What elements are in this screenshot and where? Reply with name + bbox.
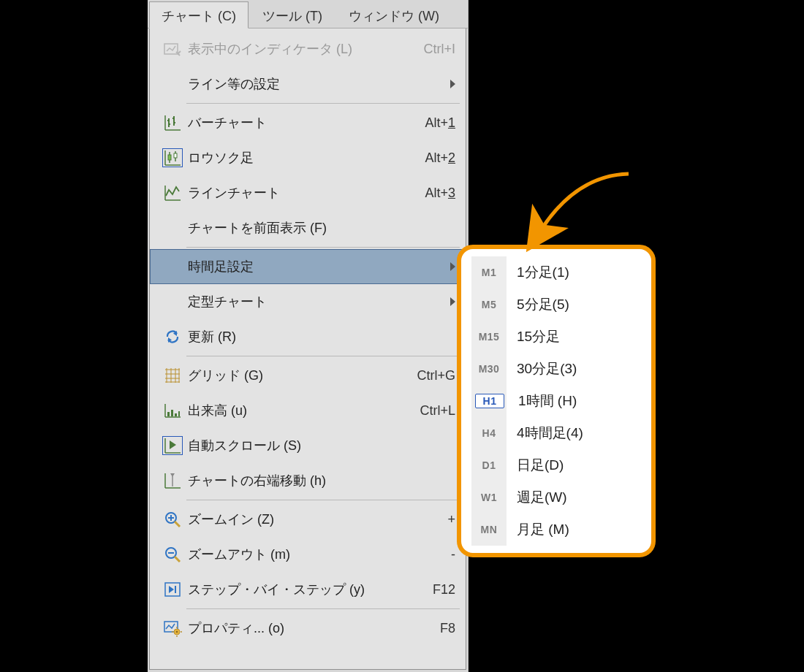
timeframe-item-d1[interactable]: D1日足(D) xyxy=(467,449,645,481)
menu-separator xyxy=(186,500,460,500)
svg-rect-32 xyxy=(178,411,180,416)
autoscroll-icon xyxy=(157,428,188,463)
menu-item-autoscroll[interactable]: 自動スクロール (S) xyxy=(150,428,466,463)
menu-item-candlesticks[interactable]: ロウソク足 Alt+2 xyxy=(150,140,466,175)
refresh-icon xyxy=(157,319,188,354)
svg-line-41 xyxy=(175,522,180,527)
menu-shortcut: Alt+3 xyxy=(425,186,455,201)
timeframe-item-m5[interactable]: M55分足(5) xyxy=(467,289,645,321)
menu-label: チャートを前面表示 (F) xyxy=(188,219,455,237)
timeframe-code: H4 xyxy=(471,427,507,439)
timeframe-label: 週足(W) xyxy=(507,488,567,507)
timeframe-label: 1分足(1) xyxy=(507,263,569,282)
menu-item-template[interactable]: 定型チャート xyxy=(150,284,466,319)
menu-shortcut: F12 xyxy=(433,582,455,597)
indicators-icon xyxy=(157,31,188,66)
menu-separator xyxy=(186,356,460,356)
menu-label: ラインチャート xyxy=(188,184,425,202)
menu-item-volume[interactable]: 出来高 (u) Ctrl+L xyxy=(150,393,466,428)
menu-shortcut: Alt+2 xyxy=(425,150,455,166)
menubar-tab-tools[interactable]: ツール (T) xyxy=(250,1,335,28)
svg-rect-14 xyxy=(174,153,177,158)
menu-item-refresh[interactable]: 更新 (R) xyxy=(150,319,466,354)
menu-separator xyxy=(186,247,460,248)
timeframe-item-m1[interactable]: M11分足(1) xyxy=(467,256,645,289)
menubar-tab-chart[interactable]: チャート (C) xyxy=(149,1,249,28)
blank-icon xyxy=(157,210,188,245)
menu-label: 更新 (R) xyxy=(188,328,455,345)
blank-icon xyxy=(157,66,188,102)
svg-rect-30 xyxy=(171,410,173,416)
menu-item-lines[interactable]: ライン等の設定 xyxy=(150,66,466,102)
menu-item-line-chart[interactable]: ラインチャート Alt+3 xyxy=(150,175,466,210)
menu-separator xyxy=(186,608,460,609)
menu-label: ズームアウト (m) xyxy=(188,546,451,563)
menu-label: 自動スクロール (S) xyxy=(188,437,455,454)
menu-shortcut: Ctrl+L xyxy=(420,403,455,419)
menu-item-chart-shift[interactable]: チャートの右端移動 (h) xyxy=(150,463,466,498)
chart-dropdown: 表示中のインディケータ (L) Ctrl+I ライン等の設定 xyxy=(149,28,466,670)
menu-label: グリッド (G) xyxy=(188,367,417,384)
menu-item-zoom-out[interactable]: ズームアウト (m) - xyxy=(150,537,466,572)
volume-icon xyxy=(157,393,188,428)
menu-label: 定型チャート xyxy=(188,293,455,310)
svg-rect-31 xyxy=(175,413,177,416)
menu-label: 出来高 (u) xyxy=(188,402,420,419)
timeframe-item-m30[interactable]: M3030分足(3) xyxy=(467,353,645,385)
menu-label: ロウソク足 xyxy=(188,149,425,167)
menu-label: 時間足設定 xyxy=(188,258,455,275)
svg-rect-12 xyxy=(168,155,171,160)
submenu-arrow-icon xyxy=(450,262,455,271)
menu-item-grid[interactable]: グリッド (G) Ctrl+G xyxy=(150,358,466,393)
menu-item-properties[interactable]: プロパティ... (o) F8 xyxy=(150,611,466,646)
timeframe-item-h4[interactable]: H44時間足(4) xyxy=(467,417,645,449)
timeframe-item-h1[interactable]: H11時間 (H) xyxy=(467,385,645,417)
timeframe-code: D1 xyxy=(471,459,507,471)
menu-label: ズームイン (Z) xyxy=(188,511,447,528)
menu-separator xyxy=(186,103,460,104)
menu-item-timeframe[interactable]: 時間足設定 xyxy=(150,249,466,284)
menu-shortcut: F8 xyxy=(440,621,455,636)
menu-item-indicators: 表示中のインディケータ (L) Ctrl+I xyxy=(150,31,466,66)
menu-label: バーチャート xyxy=(188,114,425,131)
menu-item-zoom-in[interactable]: ズームイン (Z) + xyxy=(150,502,466,537)
menu-label: プロパティ... (o) xyxy=(188,619,440,637)
timeframe-code: M1 xyxy=(471,267,507,278)
properties-icon xyxy=(157,611,188,646)
svg-line-45 xyxy=(175,557,180,562)
blank-icon xyxy=(157,249,188,284)
timeframe-list: M11分足(1)M55分足(5)M1515分足M3030分足(3)H11時間 (… xyxy=(467,256,645,546)
zoom-out-icon xyxy=(157,537,188,572)
blank-icon xyxy=(157,284,188,319)
submenu-arrow-icon xyxy=(450,297,455,306)
svg-point-52 xyxy=(176,631,178,633)
grid-icon xyxy=(157,358,188,393)
timeframe-submenu: M11分足(1)M55分足(5)M1515分足M3030分足(3)H11時間 (… xyxy=(457,245,656,557)
zoom-in-icon xyxy=(157,502,188,537)
timeframe-label: 日足(D) xyxy=(507,456,564,475)
timeframe-code: H1 xyxy=(475,394,504,408)
submenu-arrow-icon xyxy=(450,80,455,88)
chart-menu-panel: チャート (C) ツール (T) ウィンドウ (W) 表示中のインディケータ (… xyxy=(148,0,469,672)
menu-label: 表示中のインディケータ (L) xyxy=(188,40,423,58)
menu-item-step-by-step[interactable]: ステップ・バイ・ステップ (y) F12 xyxy=(150,572,466,607)
menu-item-bar-chart[interactable]: バーチャート Alt+1 xyxy=(150,105,466,140)
menu-shortcut: Alt+1 xyxy=(425,115,455,131)
timeframe-item-m15[interactable]: M1515分足 xyxy=(467,321,645,353)
menu-label: ライン等の設定 xyxy=(188,75,455,93)
menu-item-foreground-chart[interactable]: チャートを前面表示 (F) xyxy=(150,210,466,245)
timeframe-code: M15 xyxy=(471,331,507,343)
timeframe-label: 4時間足(4) xyxy=(507,424,583,443)
timeframe-label: 15分足 xyxy=(507,327,560,346)
candlestick-icon xyxy=(157,140,188,175)
timeframe-label: 1時間 (H) xyxy=(508,392,577,411)
timeframe-code: MN xyxy=(471,524,507,535)
timeframe-code: W1 xyxy=(471,492,507,503)
timeframe-label: 月足 (M) xyxy=(507,520,569,539)
timeframe-item-mn[interactable]: MN月足 (M) xyxy=(467,513,645,546)
timeframe-item-w1[interactable]: W1週足(W) xyxy=(467,481,645,513)
bar-chart-icon xyxy=(157,105,188,140)
menubar-tab-window[interactable]: ウィンドウ (W) xyxy=(336,1,452,28)
menu-shortcut: Ctrl+G xyxy=(417,368,455,383)
svg-marker-48 xyxy=(169,586,174,593)
